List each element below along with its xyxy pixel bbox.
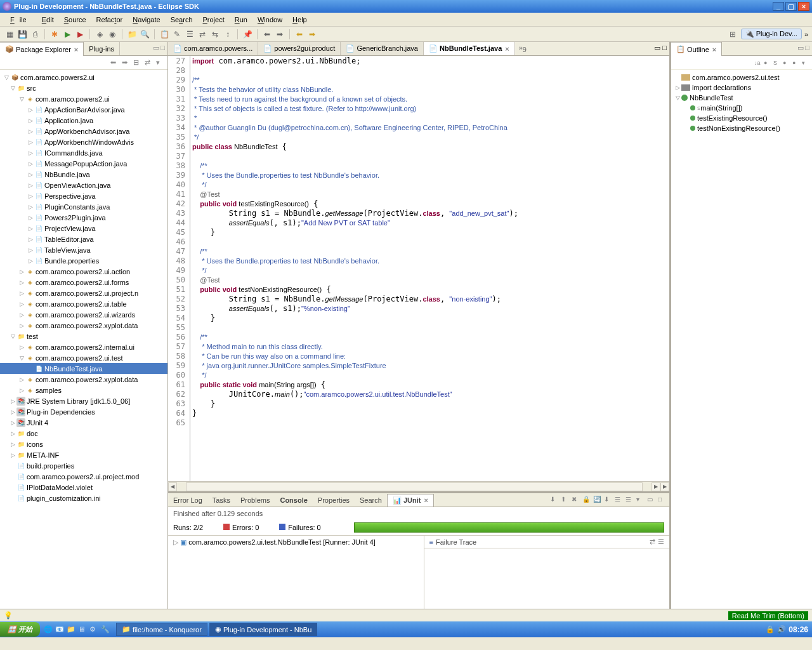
- tree-item[interactable]: ▷📄ICommandIds.java: [0, 147, 167, 158]
- search-icon[interactable]: 🔍: [139, 29, 150, 40]
- nav-icon[interactable]: 📋: [159, 29, 170, 40]
- compare-icon[interactable]: ⇄: [650, 538, 655, 546]
- save-icon[interactable]: 💾: [16, 29, 28, 40]
- editor-tab[interactable]: 📄 com.aramco.powers...: [168, 42, 258, 55]
- toolbar-icon[interactable]: ▭: [647, 496, 656, 505]
- taskbar-item[interactable]: ◉ Plug-in Development - NbBu: [209, 623, 317, 636]
- maximize-view-icon[interactable]: □: [805, 44, 809, 53]
- nav3-icon[interactable]: ☰: [184, 29, 195, 40]
- menu-refactor[interactable]: Refactor: [91, 16, 128, 23]
- tree-item[interactable]: ▽📁test: [0, 331, 167, 342]
- menu-window[interactable]: Window: [252, 16, 287, 23]
- toolbar-icon[interactable]: ▾: [636, 496, 645, 505]
- hide-nonpublic-icon[interactable]: ●: [783, 60, 790, 66]
- outline-item[interactable]: ▽NbBundleTest: [674, 93, 809, 103]
- tab-overflow[interactable]: »9: [515, 42, 530, 55]
- minimize-icon[interactable]: ▭: [654, 44, 660, 53]
- back-nav-icon[interactable]: ⬅: [110, 58, 119, 67]
- outline-item[interactable]: Smain(String[]): [674, 103, 809, 113]
- tree-item[interactable]: ▷📚JUnit 4: [0, 417, 167, 428]
- tree-item[interactable]: ▷◈com.aramco.powers2.internal.ui: [0, 342, 167, 352]
- debug-icon[interactable]: ✱: [49, 29, 60, 40]
- toolbar-icon[interactable]: ☰: [625, 496, 634, 505]
- link-editor-icon[interactable]: ⇄: [145, 58, 154, 67]
- tree-item[interactable]: ▷◈com.aramco.powers2.ui.action: [0, 266, 167, 277]
- tree-item[interactable]: ▷📄Powers2Plugin.java: [0, 212, 167, 223]
- ql-icon[interactable]: 🖥: [78, 625, 87, 634]
- menu-edit[interactable]: Edit: [37, 16, 59, 23]
- toolbar-icon[interactable]: ⬇: [550, 496, 559, 505]
- ql-icon[interactable]: 📁: [67, 625, 75, 634]
- nav2-icon[interactable]: ✎: [171, 29, 183, 40]
- menu-project[interactable]: Project: [198, 16, 230, 23]
- new-class-icon[interactable]: ◉: [107, 29, 118, 40]
- new-plugin-icon[interactable]: ◈: [94, 29, 105, 40]
- sort-icon[interactable]: ↓a: [754, 60, 762, 66]
- tray-icon[interactable]: 🔊: [777, 625, 786, 633]
- toolbar-icon[interactable]: □: [658, 496, 667, 505]
- junit-test-tree[interactable]: ▷ ▣ com.aramco.powers2.ui.test.NbBundleT…: [168, 536, 424, 609]
- tree-item[interactable]: ▽📁src: [0, 83, 167, 93]
- tree-item[interactable]: ▷📁doc: [0, 428, 167, 439]
- tree-item[interactable]: 📄plugin_customization.ini: [0, 493, 167, 503]
- tree-item[interactable]: ▷📚Plug-in Dependencies: [0, 406, 167, 417]
- more-icon[interactable]: »: [804, 30, 808, 38]
- tree-item[interactable]: ▷📄MessagePopupAction.java: [0, 158, 167, 169]
- bottom-tab-junit[interactable]: 📊 JUnit ×: [387, 494, 434, 507]
- start-button[interactable]: 🪟 开始: [0, 622, 40, 637]
- editor[interactable]: 27 28 29 30 31 32 33 34 35 36 37 38 39 4…: [168, 56, 669, 481]
- bottom-tab-tasks[interactable]: Tasks: [207, 494, 235, 506]
- next-icon[interactable]: ➡: [274, 29, 285, 40]
- tree-item[interactable]: ▷📄Bundle.properties: [0, 255, 167, 266]
- hide-static-icon[interactable]: S: [773, 60, 781, 66]
- minimize-view-icon[interactable]: ▭: [797, 44, 804, 53]
- tree-item[interactable]: ▷📄Perspective.java: [0, 190, 167, 201]
- readme-trim[interactable]: Read Me Trim (Bottom): [728, 611, 808, 620]
- menu-file[interactable]: File: [5, 16, 37, 23]
- tab-plugins[interactable]: Plug-ins: [84, 42, 120, 55]
- ext-tools-icon[interactable]: ▶: [74, 29, 86, 40]
- tree-item[interactable]: 📄com.aramco.powers2.ui.project.mod: [0, 471, 167, 482]
- editor-tab[interactable]: 📄 GenericBranch.java: [341, 42, 424, 55]
- tree-item[interactable]: ▷◈com.aramco.powers2.xyplot.data: [0, 320, 167, 331]
- pin-icon[interactable]: 📌: [242, 29, 253, 40]
- outline-item[interactable]: ▷import declarations: [674, 83, 809, 93]
- bottom-tab-search[interactable]: Search: [355, 494, 387, 506]
- tree-item[interactable]: ▷◈com.aramco.powers2.ui.wizards: [0, 309, 167, 320]
- tree-item[interactable]: 📄IPlotDataModel.violet: [0, 482, 167, 493]
- tree-item[interactable]: 📄build.properties: [0, 460, 167, 471]
- maximize-icon[interactable]: □: [662, 44, 667, 53]
- menu-help[interactable]: Help: [287, 16, 312, 23]
- fwd-icon[interactable]: ➡: [306, 29, 318, 40]
- open-perspective-icon[interactable]: ⊞: [727, 29, 738, 40]
- outline-tree[interactable]: com.aramco.powers2.ui.test▷import declar…: [671, 70, 812, 609]
- open-type-icon[interactable]: 📁: [126, 29, 138, 40]
- ql-icon[interactable]: ⚙: [89, 625, 98, 634]
- tree-item[interactable]: ▷📁META-INF: [0, 449, 167, 460]
- tree-item[interactable]: ▽◈com.aramco.powers2.ui: [0, 93, 167, 104]
- maximize-button[interactable]: ▢: [785, 2, 797, 11]
- editor-tab[interactable]: 📄 NbBundleTest.java ×: [424, 42, 515, 55]
- tree-item[interactable]: ▷◈com.aramco.powers2.ui.table: [0, 298, 167, 309]
- close-icon[interactable]: ×: [712, 46, 716, 53]
- tree-item[interactable]: ▷📄PluginConstants.java: [0, 201, 167, 212]
- tree-item[interactable]: ▷📄NbBundle.java: [0, 169, 167, 180]
- ql-icon[interactable]: 🔧: [101, 625, 110, 634]
- taskbar-item[interactable]: 📁 file:/home - Konqueror: [116, 623, 207, 636]
- minimize-button[interactable]: _: [773, 2, 784, 11]
- editor-scrollbar[interactable]: ◀▶▶: [168, 481, 669, 491]
- outline-item[interactable]: com.aramco.powers2.ui.test: [674, 72, 809, 83]
- perspective-tab[interactable]: 🔌 Plug-in Dev...: [741, 29, 802, 39]
- tray-icon[interactable]: 🔒: [766, 625, 775, 633]
- menu-icon[interactable]: ▾: [156, 58, 165, 67]
- tree-item[interactable]: ▷◈com.aramco.powers2.xyplot.data: [0, 374, 167, 385]
- tree-item[interactable]: ▽◈com.aramco.powers2.ui.test: [0, 352, 167, 363]
- prev-icon[interactable]: ⬅: [261, 29, 273, 40]
- tree-item[interactable]: ▷◈com.aramco.powers2.ui.forms: [0, 277, 167, 288]
- tree-item[interactable]: ▷📄TableView.java: [0, 244, 167, 255]
- hide-fields-icon[interactable]: ●: [764, 60, 771, 66]
- close-button[interactable]: ×: [798, 2, 809, 11]
- tab-package-explorer[interactable]: 📦 Package Explorer×: [0, 42, 84, 55]
- tree-item[interactable]: ▷📄Application.java: [0, 115, 167, 126]
- nav6-icon[interactable]: ↕: [222, 29, 233, 40]
